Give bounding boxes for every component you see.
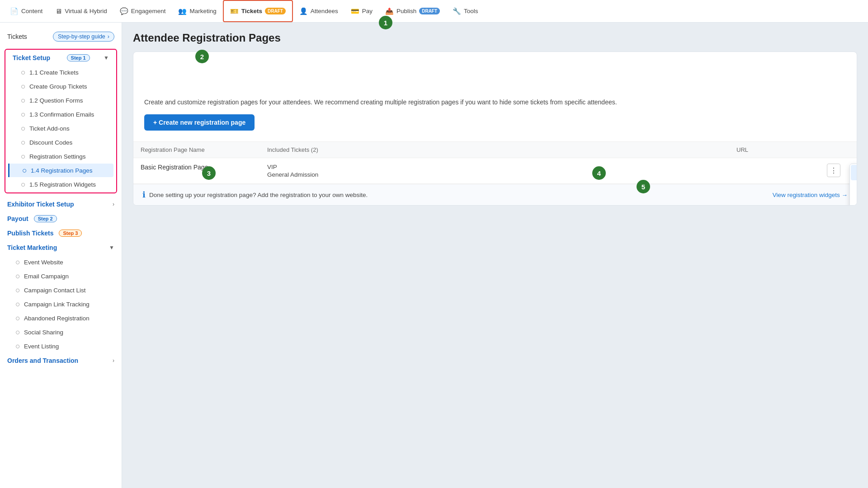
ticket-general: General Admission (267, 171, 736, 178)
nav-tickets[interactable]: 🎫 Tickets DRAFT (223, 0, 293, 22)
sidebar-item-discount-codes[interactable]: ○ Discount Codes (8, 136, 113, 149)
publish-draft-badge: DRAFT (419, 8, 440, 14)
row-page-name: Basic Registration Page (141, 164, 267, 171)
dropdown-item-copy-url[interactable]: Copy URL (851, 181, 857, 197)
sidebar-item-ticket-addons[interactable]: ○ Ticket Add-ons (8, 122, 113, 135)
sidebar-item-registration-widgets[interactable]: ○ 1.5 Registration Widgets (8, 178, 113, 191)
ticket-marketing-header[interactable]: Ticket Marketing ▼ (0, 240, 122, 255)
sidebar-item-abandoned-registration[interactable]: ○ Abandoned Registration (3, 311, 119, 325)
tickets-icon: 🎫 (230, 7, 239, 15)
dot-icon: ○ (22, 166, 27, 174)
ticket-setup-step: Step 1 (67, 54, 90, 61)
step-guide-button[interactable]: Step-by-step guide › (53, 32, 114, 42)
sidebar-item-create-group[interactable]: ○ Create Group Tickets (8, 80, 113, 93)
dropdown-item-edit[interactable]: Edit (851, 165, 857, 180)
dot-icon: ○ (21, 68, 26, 76)
sidebar-item-social-sharing[interactable]: ○ Social Sharing (3, 325, 119, 339)
exhibitor-arrow: › (113, 201, 114, 207)
main-layout: Tickets Step-by-step guide › Ticket Setu… (0, 23, 868, 488)
sidebar-item-confirmation-emails[interactable]: ○ 1.3 Confirmation Emails (8, 108, 113, 121)
dot-icon: ○ (21, 82, 26, 90)
dot-icon: ○ (15, 300, 20, 308)
dot-icon: ○ (15, 328, 20, 336)
sidebar-top: Tickets Step-by-step guide › (0, 28, 122, 47)
sidebar-item-registration-pages[interactable]: ○ 1.4 Registration Pages (8, 164, 113, 177)
nav-tools[interactable]: 🔧 Tools (446, 0, 485, 22)
orders-transaction-title: Orders and Transaction (7, 357, 78, 364)
view-registration-widgets-link[interactable]: View registration widgets → (773, 192, 848, 198)
row-tickets: VIP General Admission (267, 164, 736, 178)
table-row: Basic Registration Page VIP General Admi… (133, 158, 857, 184)
nav-engagement[interactable]: 💬 Engagement (113, 0, 172, 22)
nav-content[interactable]: 📄 Content (4, 0, 49, 22)
sidebar-item-email-campaign[interactable]: ○ Email Campaign (3, 269, 119, 283)
ticket-setup-header[interactable]: Ticket Setup Step 1 ▼ (5, 51, 116, 65)
publish-tickets-title: Publish Tickets (7, 230, 53, 237)
ticket-marketing-title: Ticket Marketing (7, 244, 57, 251)
nav-publish[interactable]: 📤 Publish DRAFT (379, 0, 446, 22)
registration-pages-table: Registration Page Name Included Tickets … (133, 141, 857, 184)
sidebar-item-question-forms[interactable]: ○ 1.2 Question Forms (8, 94, 113, 107)
ticket-setup-title: Ticket Setup (13, 54, 50, 61)
dot-icon: ○ (15, 314, 20, 322)
col-tickets: Included Tickets (2) (267, 146, 736, 153)
dot-icon: ○ (21, 124, 26, 132)
orders-transaction-header[interactable]: Orders and Transaction › (0, 353, 122, 368)
dropdown-item-preview[interactable]: Preview (851, 197, 857, 206)
ticket-vip: VIP (267, 164, 736, 170)
more-actions-button[interactable]: ⋮ (827, 164, 840, 177)
exhibitor-title: Exhibitor Ticket Setup (7, 201, 74, 208)
dot-icon: ○ (15, 342, 20, 350)
nav-virtual-hybrid[interactable]: 🖥 Virtual & Hybrid (49, 0, 113, 22)
sidebar-tab-tickets[interactable]: Tickets (7, 33, 27, 40)
dot-icon: ○ (21, 152, 26, 160)
publish-icon: 📤 (385, 7, 394, 15)
main-content: Attendee Registration Pages Create and c… (122, 23, 868, 488)
nav-marketing[interactable]: 👥 Marketing (172, 0, 222, 22)
engagement-icon: 💬 (120, 7, 128, 15)
payout-header[interactable]: Payout Step 2 (0, 211, 122, 226)
exhibitor-ticket-setup-header[interactable]: Exhibitor Ticket Setup › (0, 197, 122, 211)
dot-icon: ○ (21, 138, 26, 146)
dot-icon: ○ (21, 180, 26, 188)
dot-icon: ○ (21, 110, 26, 118)
payout-step: Step 2 (34, 215, 57, 222)
ticket-marketing-arrow: ▼ (109, 244, 114, 251)
info-icon: ℹ (142, 190, 146, 200)
footer-bar: ℹ Done setting up your registration page… (133, 184, 857, 205)
sidebar-item-event-listing[interactable]: ○ Event Listing (3, 339, 119, 353)
sidebar: Tickets Step-by-step guide › Ticket Setu… (0, 23, 122, 488)
ticket-setup-section: Ticket Setup Step 1 ▼ ○ 1.1 Create Ticke… (5, 49, 117, 193)
ticket-setup-arrow: ▼ (104, 55, 109, 61)
marketing-icon: 👥 (178, 7, 187, 15)
payout-title: Payout (7, 215, 28, 222)
sidebar-item-create-tickets[interactable]: ○ 1.1 Create Tickets (8, 66, 113, 79)
publish-tickets-step: Step 3 (59, 230, 82, 237)
dropdown-menu: Edit Copy URL Preview Duplicate (849, 164, 857, 206)
sidebar-item-campaign-contact-list[interactable]: ○ Campaign Contact List (3, 283, 119, 297)
col-url: URL (736, 146, 827, 153)
pay-icon: 💳 (351, 7, 359, 15)
content-card: Create and customize registration pages … (133, 52, 857, 206)
content-icon: 📄 (10, 7, 19, 15)
tickets-list: VIP General Admission (267, 164, 736, 178)
create-registration-page-button[interactable]: + Create new registration page (144, 114, 255, 131)
publish-tickets-header[interactable]: Publish Tickets Step 3 (0, 226, 122, 240)
tickets-draft-badge: DRAFT (265, 8, 286, 14)
sidebar-item-campaign-link-tracking[interactable]: ○ Campaign Link Tracking (3, 297, 119, 311)
col-actions (827, 146, 849, 153)
sidebar-item-event-website[interactable]: ○ Event Website (3, 255, 119, 269)
tools-icon: 🔧 (453, 7, 461, 15)
dot-icon: ○ (21, 96, 26, 104)
sidebar-item-registration-settings[interactable]: ○ Registration Settings (8, 150, 113, 163)
dot-icon: ○ (15, 258, 20, 266)
nav-attendees[interactable]: 👤 Attendees (293, 0, 344, 22)
orders-transaction-arrow: › (113, 357, 114, 364)
table-header: Registration Page Name Included Tickets … (133, 142, 857, 158)
footer-text: ℹ Done setting up your registration page… (142, 190, 368, 200)
page-title: Attendee Registration Pages (133, 32, 857, 44)
attendees-icon: 👤 (299, 7, 308, 15)
intro-text: Create and customize registration pages … (144, 97, 846, 107)
nav-pay[interactable]: 💳 Pay (344, 0, 379, 22)
virtual-icon: 🖥 (55, 7, 62, 15)
